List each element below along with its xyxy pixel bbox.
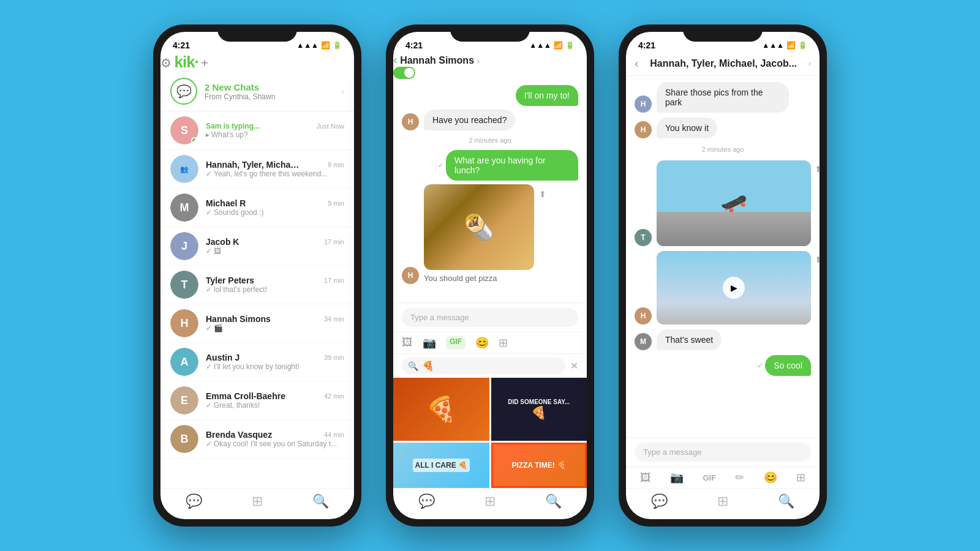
chat-content: Hannah Simons 34 min ✓ 🎬 bbox=[206, 314, 344, 332]
more-button-3[interactable]: ⊞ bbox=[796, 471, 805, 484]
gif-button-3[interactable]: GIF bbox=[703, 473, 716, 482]
share-icon-3[interactable]: ⬆ bbox=[815, 255, 820, 264]
share-icon-2[interactable]: ⬆ bbox=[815, 164, 820, 174]
chat-name: Sam is typing... bbox=[206, 122, 260, 130]
chat-name: Brenda Vasquez bbox=[206, 430, 272, 440]
back-button[interactable]: ‹ bbox=[393, 53, 398, 66]
gif-item-4[interactable]: PIZZA TIME! 🍕 bbox=[491, 443, 587, 488]
nav-chats-3[interactable]: 💬 bbox=[651, 493, 668, 509]
gif-label-4: PIZZA TIME! 🍕 bbox=[511, 461, 566, 470]
avatar: T bbox=[635, 229, 652, 246]
list-item[interactable]: J Jacob K 17 min ✓ 🖼 bbox=[160, 227, 354, 266]
list-item[interactable]: M Michael R 9 min ✓ Sounds good :) bbox=[160, 189, 354, 227]
preview-text: I'll let you know by tonight! bbox=[214, 362, 300, 371]
chat-name-row: Hannah, Tyler, Michael, R... 8 min bbox=[206, 160, 344, 170]
image-button-3[interactable]: 🖼 bbox=[640, 471, 651, 484]
chat-preview: ▸ What's up? bbox=[206, 130, 344, 139]
message-text: You should get pizza bbox=[424, 272, 534, 284]
chat-name-row: Tyler Peters 17 min bbox=[206, 276, 344, 285]
msg-row-share: H Share those pics from the park bbox=[635, 82, 811, 113]
gif-search-area: 🔍 🍕 ✕ bbox=[393, 353, 587, 378]
signal-icon: ▲▲▲ bbox=[762, 41, 784, 50]
nav-discover[interactable]: ⊞ bbox=[252, 493, 263, 509]
list-item[interactable]: H Hannah Simons 34 min ✓ 🎬 bbox=[160, 304, 354, 343]
list-item[interactable]: S Sam is typing... Just Now ▸ What's up? bbox=[160, 111, 354, 150]
gif-item-2[interactable]: DID SOMEONE SAY...🍕 bbox=[491, 378, 587, 441]
avatar: H bbox=[170, 309, 198, 337]
chat-content: Brenda Vasquez 44 min ✓ Okay cool! I'll … bbox=[206, 430, 344, 448]
chat-preview: ✓ I'll let you know by tonight! bbox=[206, 362, 344, 371]
phone-1: 4:21 ▲▲▲ 📶 🔋 ⚙ kik· + 💬 2 New Chats From… bbox=[153, 24, 361, 527]
chat-content: Hannah, Tyler, Michael, R... 8 min ✓ Yea… bbox=[206, 160, 344, 178]
gif-button[interactable]: GIF bbox=[446, 336, 466, 350]
chat-preview: ✓ 🖼 bbox=[206, 247, 344, 255]
message-input-3[interactable]: Type a message bbox=[635, 443, 811, 462]
share-icon[interactable]: ⬆ bbox=[539, 189, 546, 199]
new-chats-title: 2 New Chats bbox=[205, 82, 334, 92]
play-button[interactable]: ▶ bbox=[723, 277, 745, 299]
add-chat-icon[interactable]: + bbox=[201, 56, 208, 70]
message-input[interactable]: Type a message bbox=[402, 308, 578, 327]
avatar: J bbox=[170, 232, 198, 260]
gif-item-3[interactable]: ALL I CARE 🍕 bbox=[393, 443, 489, 488]
chat-time: 17 min bbox=[324, 277, 344, 284]
clear-search-button[interactable]: ✕ bbox=[570, 360, 578, 372]
list-item[interactable]: 👥 Hannah, Tyler, Michael, R... 8 min ✓ Y… bbox=[160, 150, 354, 189]
image-button[interactable]: 🖼 bbox=[402, 336, 413, 350]
status-icons-3: ▲▲▲ 📶 🔋 bbox=[762, 41, 807, 50]
message-bubble-sweet: That's sweet bbox=[657, 329, 722, 350]
chat-time: 42 min bbox=[324, 392, 344, 400]
chat-time: 44 min bbox=[324, 431, 344, 438]
nav-discover-2[interactable]: ⊞ bbox=[484, 493, 496, 509]
nav-search-3[interactable]: 🔍 bbox=[778, 493, 794, 509]
gif-search-input[interactable]: 🔍 🍕 bbox=[402, 358, 565, 374]
avatar-img: 👥 bbox=[170, 155, 198, 183]
more-button[interactable]: ⊞ bbox=[499, 336, 508, 350]
camera-button[interactable]: 📷 bbox=[423, 336, 436, 350]
sticker-button-3[interactable]: ✏ bbox=[735, 471, 744, 484]
emoji-button-3[interactable]: 😊 bbox=[764, 471, 777, 484]
avatar: H bbox=[635, 121, 652, 138]
list-item[interactable]: T Tyler Peters 17 min ✓ lol that's perfe… bbox=[160, 266, 354, 304]
new-chats-banner[interactable]: 💬 2 New Chats From Cynthia, Shawn › bbox=[160, 72, 354, 111]
chat-content: Austin J 39 min ✓ I'll let you know by t… bbox=[206, 353, 344, 371]
preview-text: What's up? bbox=[211, 130, 248, 139]
preview-text: Yeah, let's go there this weekend... bbox=[214, 170, 327, 178]
list-item[interactable]: A Austin J 39 min ✓ I'll let you know by… bbox=[160, 343, 354, 381]
toggle-knob bbox=[404, 68, 414, 78]
list-item[interactable]: E Emma Croll-Baehre 42 min ✓ Great, than… bbox=[160, 381, 354, 420]
header-toggle[interactable] bbox=[393, 67, 415, 79]
header-chevron: › bbox=[477, 56, 479, 66]
message-bubble-share: Share those pics from the park bbox=[657, 82, 789, 113]
msg-row-sweet: M That's sweet bbox=[635, 329, 811, 350]
avatar: T bbox=[170, 271, 198, 299]
settings-icon[interactable]: ⚙ bbox=[160, 56, 172, 70]
phone-3: 4:21 ▲▲▲ 📶 🔋 ‹ Hannah, Tyler, Michael, J… bbox=[619, 24, 827, 527]
preview-check: ✓ bbox=[206, 440, 212, 448]
wifi-icon: 📶 bbox=[321, 41, 330, 50]
bottom-nav-2: 💬 ⊞ 🔍 bbox=[393, 488, 587, 519]
nav-chats-2[interactable]: 💬 bbox=[418, 493, 435, 509]
list-item[interactable]: B Brenda Vasquez 44 min ✓ Okay cool! I'l… bbox=[160, 420, 354, 459]
new-chats-icon: 💬 bbox=[170, 78, 197, 105]
avatar: 👥 bbox=[170, 155, 198, 183]
avatar-img: B bbox=[170, 425, 198, 453]
back-button-3[interactable]: ‹ bbox=[635, 56, 639, 70]
new-chats-chevron: › bbox=[341, 86, 344, 96]
nav-chats[interactable]: 💬 bbox=[186, 493, 202, 509]
msg-row-img1: T 🛹 ⬆ bbox=[635, 160, 811, 246]
status-icons-1: ▲▲▲ 📶 🔋 bbox=[296, 41, 342, 50]
nav-search-2[interactable]: 🔍 bbox=[545, 493, 562, 509]
gif-item-1[interactable]: 🍕 bbox=[393, 378, 489, 441]
message-input-area: Type a message bbox=[393, 302, 587, 332]
camera-button-3[interactable]: 📷 bbox=[670, 471, 684, 484]
chat-name: Emma Croll-Baehre bbox=[206, 391, 285, 401]
avatar: A bbox=[170, 348, 198, 376]
messages-area-2: I'll on my to! H Have you reached? 2 min… bbox=[393, 79, 587, 302]
nav-search[interactable]: 🔍 bbox=[312, 493, 329, 509]
preview-icon: 🖼 bbox=[214, 247, 221, 255]
chat-time: Just Now bbox=[317, 122, 344, 130]
phone-2: 4:21 ▲▲▲ 📶 🔋 ‹ Hannah Simons › I'll on m… bbox=[386, 24, 594, 527]
nav-discover-3[interactable]: ⊞ bbox=[717, 493, 728, 509]
emoji-button[interactable]: 😊 bbox=[475, 336, 489, 350]
